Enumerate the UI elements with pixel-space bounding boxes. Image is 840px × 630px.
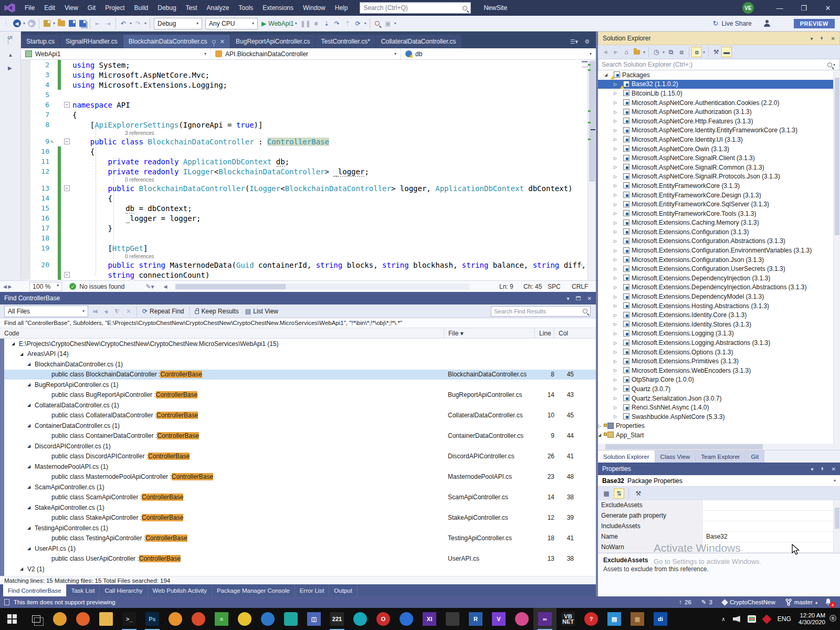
document-list-icon[interactable]: ☰▾ [570,38,578,45]
start-button[interactable] [0,608,24,630]
taskbar-app-icon[interactable] [441,608,464,630]
hot-reload-dropdown[interactable]: ▾ [363,21,368,26]
taskbar-app-icon[interactable]: >_ [118,608,141,630]
tree-item[interactable]: ▷ Microsoft.Extensions.Caching.Memory (3… [598,218,840,228]
properties-title-bar[interactable]: Properties ▾ 🖈 ✕ [598,463,840,475]
expander-icon[interactable]: ▷ [614,165,621,170]
find-result-row[interactable]: ◢ Areas\API (14) [4,349,596,360]
snapshot-dropdown[interactable]: ▾ [393,21,397,26]
expander-icon[interactable]: ▷ [614,137,621,142]
search-find-results-box[interactable] [491,306,591,317]
redo-dropdown[interactable]: ▾ [143,21,148,26]
tray-app-icon[interactable] [748,615,756,623]
fold-collapse-icon[interactable]: − [64,139,70,144]
taskbar-app-icon[interactable]: ▤ [603,608,626,630]
start-debug-button[interactable]: ▶ WebApi1 ▾ [261,20,298,27]
find-result-row[interactable]: public class DiscordAPIController : Cont… [4,452,596,462]
tree-item[interactable]: ▷ Base32 (1.1.0.2) [598,80,840,89]
quick-search-box[interactable] [360,2,471,14]
expander-icon[interactable]: ◢ [20,352,27,356]
navigate-back-icon[interactable]: ◀ [12,18,22,29]
tree-item[interactable]: ◢ App_Start [598,430,840,440]
taskbar-app-icon[interactable]: ∞ [533,608,556,630]
quick-search-input[interactable] [363,4,463,12]
system-clock[interactable]: 12:20 AM 4/30/2020 [799,612,825,626]
find-result-row[interactable]: public class MasternodePoolApiController… [4,472,596,482]
expander-icon[interactable]: ▷ [614,331,621,336]
taskbar-app-icon[interactable]: ▦ [626,608,649,630]
tree-item[interactable]: ▷ Microsoft.Extensions.Configuration.Use… [598,264,840,274]
tree-item[interactable]: ▷ Microsoft.AspNetCore.Authorization (3.… [598,107,840,117]
taskbar-app-icon[interactable]: VB NET [556,608,580,630]
taskbar-app-icon[interactable] [94,608,118,630]
breakpoint-margin[interactable] [21,203,30,213]
tree-item[interactable]: ◢ Packages [598,70,840,80]
tree-item[interactable]: ▷ Microsoft.AspNetCore.Http.Features (3.… [598,117,840,126]
properties-scrollbar[interactable] [833,500,840,553]
editor-scrollbar[interactable] [587,60,596,280]
document-tab[interactable]: BlockchainDataController.cs ✕ [123,35,230,48]
expander-icon[interactable]: ▷ [614,146,621,151]
expander-icon[interactable]: ▷ [614,183,621,188]
expander-icon[interactable]: ▷ [614,350,621,354]
indent-icon[interactable]: ⇥ [103,18,113,29]
breakpoint-margin[interactable] [21,60,30,70]
language-indicator[interactable]: ENG [778,615,791,623]
breakpoint-margin[interactable] [21,136,30,146]
issues-label[interactable]: No issues found [79,283,124,290]
tree-item[interactable]: ▷ Microsoft.EntityFrameworkCore (3.1.3) [598,181,840,191]
window-position-icon[interactable]: ▾ [811,36,813,41]
tree-item[interactable]: ▷ Microsoft.Extensions.Primitives (3.1.3… [598,356,840,366]
pin-icon[interactable]: 🗖 [576,296,581,301]
panel-tab[interactable]: Web Publish Activity [148,584,212,597]
tree-item[interactable]: ▷ Microsoft.AspNetCore.SignalR.Client (3… [598,153,840,163]
taskbar-app-icon[interactable] [233,608,256,630]
breakpoint-margin[interactable] [21,253,30,260]
find-result-row[interactable]: ◢ MasternodePoolAPI.cs (1) [4,461,596,472]
collapsed-tab-server-explorer[interactable]: S... [7,32,13,45]
menu-item[interactable]: View [60,4,83,12]
open-file-icon[interactable] [56,18,67,29]
property-value[interactable] [703,500,840,510]
document-tab[interactable]: Startup.cs ✕ [21,35,60,48]
tree-item[interactable]: ▷ Microsoft.Extensions.Identity.Core (3.… [598,310,840,320]
code-line[interactable]: 8 ✎ − [ApiExplorerSettings(IgnoreApi = t… [21,120,596,130]
code-line[interactable]: 11 ✎ − private readonly ApplicationDbCon… [21,156,596,166]
expander-icon[interactable]: ▷ [614,322,621,327]
expander-icon[interactable]: ▷ [614,202,621,207]
solution-explorer-search-input[interactable] [602,61,827,68]
code-line[interactable]: 9 ✎ − public class BlockchainDataControl… [21,136,596,146]
codelens-references[interactable]: 0 references [125,254,154,259]
space-mode-indicator[interactable]: SPC [548,283,572,290]
explorer-tab[interactable]: Solution Explorer [598,450,655,463]
tree-item[interactable]: ▷ Quartz.Serialization.Json (3.0.7) [598,394,840,403]
expander-icon[interactable]: ▷ [614,359,621,364]
find-result-row[interactable]: ◢ BlockchainDataController.cs (1) [4,359,596,370]
repeat-find-button[interactable]: ⟳Repeat Find [142,308,184,315]
panel-tab[interactable]: Find ControllerBase [3,584,67,597]
find-result-row[interactable]: ◢ TestingApiController.cs (1) [4,523,596,533]
avatar[interactable]: VE [742,2,754,14]
push-count[interactable]: ↑26 [676,599,695,605]
property-value[interactable] [703,511,840,521]
document-tab[interactable]: CollateralDataController.cs ✕ [376,35,461,48]
collapse-all-icon[interactable]: ⫣ [104,308,108,315]
panel-tab[interactable]: Output [329,584,358,597]
find-result-row[interactable]: public class StakeApiController : Contro… [4,513,596,523]
tree-item[interactable]: ▷ Renci.SshNet.Async (1.4.0) [598,403,840,412]
add-user-icon[interactable] [763,20,771,27]
breakpoint-margin[interactable] [21,243,30,253]
find-in-code-icon[interactable] [372,18,383,29]
breakpoint-margin[interactable] [21,213,30,223]
breakpoint-margin[interactable] [21,146,30,156]
taskbar-app-icon[interactable]: XI [418,608,441,630]
breakpoint-margin[interactable] [21,130,30,136]
breakpoint-margin[interactable] [21,80,30,90]
menu-item[interactable]: Extensions [258,4,298,12]
tree-item[interactable]: ▷ Microsoft.AspNetCore.Identity.EntityFr… [598,126,840,135]
solution-configuration-combo[interactable]: Debug▾ [154,18,202,29]
show-all-files-icon[interactable]: ▬ [721,47,732,57]
menu-item[interactable]: Project [100,4,129,12]
health-indicator-icon[interactable]: ✓ [69,283,76,290]
taskbar-app-icon[interactable]: V [487,608,510,630]
